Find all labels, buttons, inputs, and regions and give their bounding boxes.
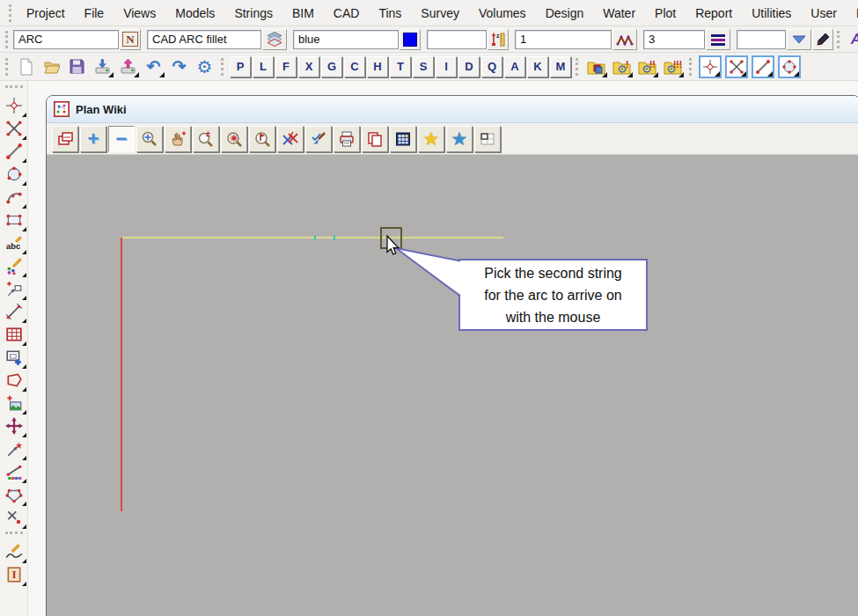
cad-function-input[interactable] [147,30,261,49]
recalc-1-button[interactable]: ⚙ ! [610,55,634,78]
pan-button[interactable] [165,126,191,152]
point-tool-button[interactable] [2,94,26,117]
text-attrib-button[interactable]: A [846,29,858,50]
project-tree-button[interactable] [584,55,608,78]
menu-item-project[interactable]: Project [17,3,75,24]
menu-item-user[interactable]: User [801,3,847,24]
toolbar-grip[interactable] [5,31,10,48]
menu-item-volumes[interactable]: Volumes [469,3,536,24]
insert-point-tool-button[interactable] [2,277,26,300]
redraw-button[interactable] [305,126,332,152]
freehand-tool-button[interactable] [2,540,26,563]
menu-item-strings[interactable]: Strings [224,3,282,24]
snap-fast-button[interactable]: F [275,56,297,77]
image-tool-button[interactable] [2,392,26,414]
model-input[interactable] [737,30,786,49]
segment-colours-tool-button[interactable] [2,460,26,483]
menu-item-models[interactable]: Models [165,3,224,24]
zoom-out-button[interactable]: − [108,126,135,152]
model-dropdown-button[interactable] [787,29,811,50]
layers-button[interactable] [262,29,287,50]
menu-item-cad[interactable]: CAD [324,3,370,24]
recalc-2-button[interactable]: ⚙ !! [635,55,659,78]
split-pane-button[interactable] [474,126,501,152]
toolbar-grip[interactable] [5,532,23,537]
snap-standard-button[interactable]: S [413,56,434,77]
snap-height-button[interactable]: H [367,56,388,77]
delete-point-tool-button[interactable] [2,506,26,529]
snap-cursor-button[interactable]: C [344,56,365,77]
toolbar-grip[interactable] [5,58,10,76]
textstyle-picker-button[interactable]: N [120,29,141,50]
eyedropper-button[interactable] [812,29,833,50]
menu-item-water[interactable]: Water [593,3,645,24]
tin-input[interactable] [515,30,612,49]
zoom-window-button[interactable] [136,126,163,152]
menu-item-file[interactable]: File [75,3,114,24]
snap-line-button[interactable]: L [253,56,274,77]
move-tool-button[interactable] [2,414,26,437]
save-project-button[interactable] [65,55,89,78]
arc-tool-button[interactable] [2,186,26,209]
zoom-dynamic-button[interactable]: ± [193,126,219,152]
favourite-star-button[interactable]: ★ [418,126,444,152]
copy-view-button[interactable] [362,126,388,152]
recalc-3-button[interactable]: ⚙ !!! [661,55,685,78]
polygon-tool-button[interactable] [2,369,26,392]
colour-picker-button[interactable] [400,29,421,50]
snap-tin-button[interactable]: T [390,56,411,77]
cad-line-button[interactable] [752,55,774,78]
toolbar-grip[interactable] [9,4,13,22]
snap-intersect-button[interactable]: X [298,56,319,77]
colour-input[interactable] [293,30,399,49]
snap-menu-button[interactable]: M [550,56,571,77]
zoom-centre-button[interactable]: ✳ [221,126,247,152]
symbol-tool-button[interactable] [2,254,26,277]
tin-picker-button[interactable] [612,29,637,50]
snap-accept-button[interactable]: A [504,56,525,77]
redo-button[interactable]: ↷ [167,55,191,78]
snap-direction-button[interactable]: D [458,56,480,77]
export-button[interactable] [116,55,140,78]
toolbar-grip[interactable] [689,58,693,76]
line-width-input[interactable] [643,30,705,49]
snap-grid-button[interactable]: G [321,56,342,77]
open-project-button[interactable] [40,55,63,78]
undo-button[interactable]: ↶ [142,55,165,78]
saved-views-star-button[interactable]: ★ [446,126,473,152]
line-tool-button[interactable] [2,140,26,163]
plan-canvas[interactable]: Pick the second string for the arc to ar… [47,155,858,616]
cross-tool-button[interactable] [2,117,26,140]
text-insert-tool-button[interactable]: I [2,563,26,586]
measure-tool-button[interactable] [2,300,26,323]
snap-toggles-button[interactable] [277,126,304,152]
table-tool-button[interactable] [2,323,26,346]
height-picker-button[interactable]: z [488,29,509,50]
snap-info-button[interactable]: I [436,56,457,77]
linestyle-picker-button[interactable] [706,29,730,50]
rectangle-tool-button[interactable] [2,209,26,231]
cad-point-button[interactable] [699,55,722,78]
menu-item-plot[interactable]: Plot [645,3,686,24]
cad-circle-button[interactable] [778,55,801,78]
cad-cross-button[interactable] [725,55,748,78]
text-style-input[interactable] [13,30,119,49]
menu-item-utilities[interactable]: Utilities [742,3,801,24]
snap-quit-button[interactable]: Q [481,56,502,77]
toolbar-grip[interactable] [576,58,580,76]
toolbar-grip[interactable] [221,58,225,76]
menu-item-help[interactable]: Help [847,3,858,24]
snap-keyin-button[interactable]: K [527,56,548,77]
circle-tool-button[interactable] [2,163,26,186]
menu-item-bim[interactable]: BIM [282,3,324,24]
menu-item-design[interactable]: Design [536,3,594,24]
rotate-tool-button[interactable] [2,437,26,460]
closed-polygon-tool-button[interactable] [2,483,26,506]
plot-button[interactable] [334,126,360,152]
menu-item-views[interactable]: Views [114,3,165,24]
settings-button[interactable]: ⚙ [193,55,216,78]
text-tool-button[interactable]: abc [2,231,26,254]
snap-point-button[interactable]: P [230,56,251,77]
toolbar-grip[interactable] [5,85,23,91]
menu-item-tins[interactable]: Tins [369,3,411,24]
